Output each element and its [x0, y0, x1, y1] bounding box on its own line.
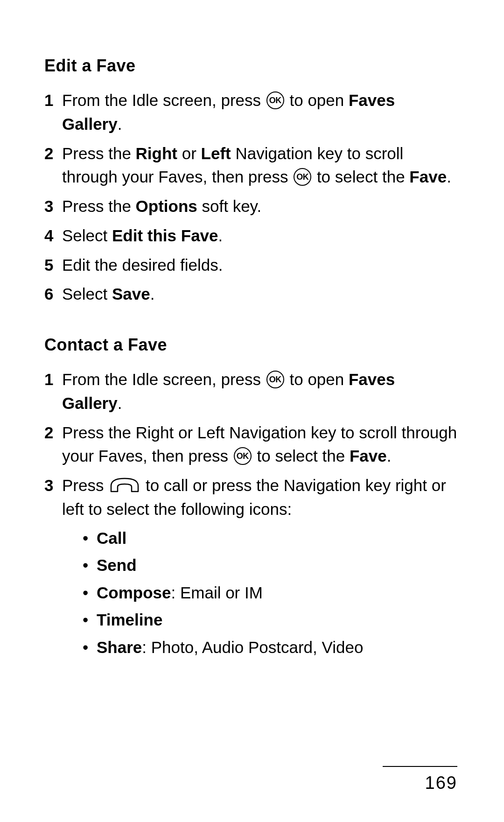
- text-bold: Share: [97, 638, 142, 656]
- list-item: Compose: Email or IM: [83, 581, 457, 605]
- text: : Email or IM: [171, 583, 262, 602]
- ok-button-icon: OK: [294, 168, 311, 186]
- heading-contact-a-fave: Contact a Fave: [44, 335, 457, 355]
- list-item: Call: [83, 526, 457, 551]
- text: .: [447, 168, 451, 186]
- text: .: [218, 226, 223, 245]
- ok-button-icon-label: OK: [296, 173, 308, 181]
- text-bold: Compose: [97, 583, 171, 602]
- text: From the Idle screen, press: [62, 370, 266, 388]
- step-5: Edit the desired fields.: [44, 253, 457, 277]
- ok-button-icon-label: OK: [269, 375, 281, 384]
- heading-edit-a-fave: Edit a Fave: [44, 56, 457, 76]
- steps-edit-a-fave: From the Idle screen, press OK to open F…: [44, 89, 457, 306]
- text-bold: Edit this Fave: [112, 226, 218, 245]
- text: to open: [289, 370, 349, 388]
- text-bold: Fave: [350, 447, 387, 465]
- text: From the Idle screen, press: [62, 91, 266, 109]
- text: to select the: [317, 168, 409, 186]
- step-1: From the Idle screen, press OK to open F…: [44, 368, 457, 415]
- step-4: Select Edit this Fave.: [44, 224, 457, 248]
- text: to open: [289, 91, 349, 109]
- step-2: Press the Right or Left Navigation key t…: [44, 421, 457, 469]
- text: Select: [62, 226, 112, 245]
- text: .: [150, 285, 155, 303]
- ok-button-icon: OK: [266, 371, 284, 388]
- handset-send-key-icon: [109, 476, 140, 494]
- step-3: Press the Options soft key.: [44, 195, 457, 218]
- ok-button-icon-label: OK: [269, 96, 281, 105]
- ok-button-icon: OK: [266, 91, 284, 109]
- step-1: From the Idle screen, press OK to open F…: [44, 89, 457, 136]
- text-bold: Fave: [409, 168, 447, 186]
- text-bold: Call: [97, 529, 126, 547]
- steps-contact-a-fave: From the Idle screen, press OK to open F…: [44, 368, 457, 660]
- text: Press: [62, 476, 108, 494]
- ok-button-icon: OK: [234, 447, 252, 465]
- text: Edit the desired fields.: [62, 256, 223, 274]
- text-bold: Save: [112, 285, 150, 303]
- step-3: Press to call or press the Navigation ke…: [44, 474, 457, 660]
- list-item: Send: [83, 553, 457, 578]
- text: .: [118, 115, 122, 133]
- text-bold: Timeline: [97, 611, 162, 629]
- text-bold: Left: [201, 144, 231, 162]
- step-2: Press the Right or Left Navigation key t…: [44, 142, 457, 190]
- text: or: [177, 144, 201, 162]
- text-bold: Right: [136, 144, 177, 162]
- text: Press the: [62, 197, 136, 215]
- step-6: Select Save.: [44, 282, 457, 306]
- text: : Photo, Audio Postcard, Video: [142, 638, 363, 656]
- text-bold: Options: [136, 197, 197, 215]
- text: .: [118, 394, 122, 412]
- text: .: [387, 447, 392, 465]
- text: Press the: [62, 144, 136, 162]
- list-item: Share: Photo, Audio Postcard, Video: [83, 635, 457, 660]
- text-bold: Send: [97, 556, 137, 574]
- icon-options-list: Call Send Compose: Email or IM Timeline …: [83, 526, 457, 660]
- text: soft key.: [197, 197, 261, 215]
- manual-page: Edit a Fave From the Idle screen, press …: [0, 0, 504, 822]
- page-number: 169: [425, 773, 457, 793]
- footer-rule: [383, 766, 457, 767]
- list-item: Timeline: [83, 608, 457, 632]
- ok-button-icon-label: OK: [237, 452, 249, 460]
- text: to select the: [257, 447, 349, 465]
- text: Select: [62, 285, 112, 303]
